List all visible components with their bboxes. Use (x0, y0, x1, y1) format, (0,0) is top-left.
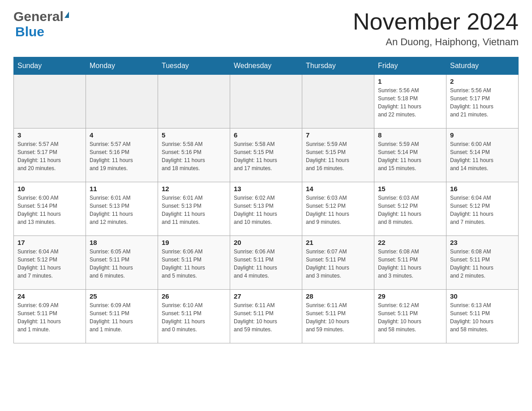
day-number: 26 (162, 292, 226, 300)
calendar-cell: 30Sunrise: 6:13 AM Sunset: 5:11 PM Dayli… (446, 290, 519, 343)
day-info: Sunrise: 6:08 AM Sunset: 5:11 PM Dayligh… (450, 248, 515, 280)
day-number: 15 (378, 185, 442, 193)
day-number: 23 (450, 239, 515, 246)
calendar-cell: 11Sunrise: 6:01 AM Sunset: 5:13 PM Dayli… (86, 182, 158, 236)
weekday-header-monday: Monday (86, 57, 158, 75)
day-number: 18 (90, 239, 154, 246)
calendar-cell: 1Sunrise: 5:56 AM Sunset: 5:18 PM Daylig… (374, 75, 446, 128)
calendar-cell: 15Sunrise: 6:03 AM Sunset: 5:12 PM Dayli… (374, 182, 446, 236)
calendar-cell (158, 75, 230, 128)
day-info: Sunrise: 5:57 AM Sunset: 5:16 PM Dayligh… (90, 140, 154, 172)
calendar-cell: 22Sunrise: 6:08 AM Sunset: 5:11 PM Dayli… (374, 236, 446, 290)
day-info: Sunrise: 5:59 AM Sunset: 5:14 PM Dayligh… (378, 140, 442, 172)
day-info: Sunrise: 5:58 AM Sunset: 5:16 PM Dayligh… (162, 140, 226, 172)
calendar-cell: 27Sunrise: 6:11 AM Sunset: 5:11 PM Dayli… (230, 290, 302, 343)
day-info: Sunrise: 6:11 AM Sunset: 5:11 PM Dayligh… (234, 301, 298, 334)
calendar-week-2: 3Sunrise: 5:57 AM Sunset: 5:17 PM Daylig… (14, 128, 519, 182)
day-info: Sunrise: 6:12 AM Sunset: 5:11 PM Dayligh… (378, 301, 442, 334)
day-info: Sunrise: 6:04 AM Sunset: 5:12 PM Dayligh… (17, 248, 82, 280)
calendar-cell: 25Sunrise: 6:09 AM Sunset: 5:11 PM Dayli… (86, 290, 158, 343)
day-number: 5 (162, 131, 226, 139)
calendar-cell: 2Sunrise: 5:56 AM Sunset: 5:17 PM Daylig… (446, 75, 519, 128)
calendar-cell: 5Sunrise: 5:58 AM Sunset: 5:16 PM Daylig… (158, 128, 230, 182)
logo-general-text: General (13, 9, 64, 24)
location-text: An Duong, Haiphong, Vietnam (353, 36, 519, 48)
calendar-week-1: 1Sunrise: 5:56 AM Sunset: 5:18 PM Daylig… (14, 75, 519, 128)
day-info: Sunrise: 6:08 AM Sunset: 5:11 PM Dayligh… (378, 248, 442, 280)
day-info: Sunrise: 5:56 AM Sunset: 5:17 PM Dayligh… (450, 86, 515, 119)
calendar-cell: 24Sunrise: 6:09 AM Sunset: 5:11 PM Dayli… (14, 290, 86, 343)
day-number: 29 (378, 292, 442, 300)
calendar-cell: 7Sunrise: 5:59 AM Sunset: 5:15 PM Daylig… (302, 128, 374, 182)
day-number: 22 (378, 239, 442, 246)
day-number: 17 (17, 239, 82, 246)
day-number: 3 (17, 131, 82, 139)
calendar-table: SundayMondayTuesdayWednesdayThursdayFrid… (13, 57, 519, 343)
weekday-header-wednesday: Wednesday (230, 57, 302, 75)
calendar-cell (14, 75, 86, 128)
day-number: 4 (90, 131, 154, 139)
calendar-cell: 13Sunrise: 6:02 AM Sunset: 5:13 PM Dayli… (230, 182, 302, 236)
calendar-cell: 4Sunrise: 5:57 AM Sunset: 5:16 PM Daylig… (86, 128, 158, 182)
calendar-week-4: 17Sunrise: 6:04 AM Sunset: 5:12 PM Dayli… (14, 236, 519, 290)
day-info: Sunrise: 6:13 AM Sunset: 5:11 PM Dayligh… (450, 301, 515, 334)
day-info: Sunrise: 6:06 AM Sunset: 5:11 PM Dayligh… (234, 248, 298, 280)
calendar-cell: 18Sunrise: 6:05 AM Sunset: 5:11 PM Dayli… (86, 236, 158, 290)
day-number: 12 (162, 185, 226, 193)
calendar-cell: 12Sunrise: 6:01 AM Sunset: 5:13 PM Dayli… (158, 182, 230, 236)
calendar-header: SundayMondayTuesdayWednesdayThursdayFrid… (14, 57, 519, 75)
weekday-header-row: SundayMondayTuesdayWednesdayThursdayFrid… (14, 57, 519, 75)
calendar-cell: 20Sunrise: 6:06 AM Sunset: 5:11 PM Dayli… (230, 236, 302, 290)
weekday-header-thursday: Thursday (302, 57, 374, 75)
calendar-cell (86, 75, 158, 128)
calendar-body: 1Sunrise: 5:56 AM Sunset: 5:18 PM Daylig… (14, 75, 519, 343)
weekday-header-friday: Friday (374, 57, 446, 75)
logo: General Blue (13, 9, 69, 39)
day-info: Sunrise: 5:56 AM Sunset: 5:18 PM Dayligh… (378, 86, 442, 119)
day-info: Sunrise: 6:11 AM Sunset: 5:11 PM Dayligh… (306, 301, 370, 334)
day-number: 8 (378, 131, 442, 139)
day-number: 1 (378, 77, 442, 85)
calendar-cell: 14Sunrise: 6:03 AM Sunset: 5:12 PM Dayli… (302, 182, 374, 236)
day-number: 30 (450, 292, 515, 300)
day-number: 19 (162, 239, 226, 246)
day-number: 14 (306, 185, 370, 193)
day-number: 28 (306, 292, 370, 300)
day-info: Sunrise: 6:09 AM Sunset: 5:11 PM Dayligh… (17, 301, 82, 334)
calendar-cell: 19Sunrise: 6:06 AM Sunset: 5:11 PM Dayli… (158, 236, 230, 290)
day-info: Sunrise: 6:00 AM Sunset: 5:14 PM Dayligh… (450, 140, 515, 172)
calendar-cell: 16Sunrise: 6:04 AM Sunset: 5:12 PM Dayli… (446, 182, 519, 236)
calendar-cell: 6Sunrise: 5:58 AM Sunset: 5:15 PM Daylig… (230, 128, 302, 182)
day-info: Sunrise: 6:07 AM Sunset: 5:11 PM Dayligh… (306, 248, 370, 280)
calendar-cell: 26Sunrise: 6:10 AM Sunset: 5:11 PM Dayli… (158, 290, 230, 343)
day-number: 7 (306, 131, 370, 139)
month-title: November 2024 (353, 9, 519, 34)
calendar-cell: 29Sunrise: 6:12 AM Sunset: 5:11 PM Dayli… (374, 290, 446, 343)
calendar-cell: 21Sunrise: 6:07 AM Sunset: 5:11 PM Dayli… (302, 236, 374, 290)
day-number: 13 (234, 185, 298, 193)
day-info: Sunrise: 6:05 AM Sunset: 5:11 PM Dayligh… (90, 248, 154, 280)
day-number: 21 (306, 239, 370, 246)
day-info: Sunrise: 5:57 AM Sunset: 5:17 PM Dayligh… (17, 140, 82, 172)
calendar-cell: 28Sunrise: 6:11 AM Sunset: 5:11 PM Dayli… (302, 290, 374, 343)
calendar-week-5: 24Sunrise: 6:09 AM Sunset: 5:11 PM Dayli… (14, 290, 519, 343)
day-number: 2 (450, 77, 515, 85)
day-number: 6 (234, 131, 298, 139)
day-info: Sunrise: 6:00 AM Sunset: 5:14 PM Dayligh… (17, 194, 82, 226)
calendar-cell: 23Sunrise: 6:08 AM Sunset: 5:11 PM Dayli… (446, 236, 519, 290)
logo-triangle-icon (64, 12, 69, 18)
weekday-header-saturday: Saturday (446, 57, 519, 75)
day-number: 16 (450, 185, 515, 193)
day-number: 25 (90, 292, 154, 300)
day-info: Sunrise: 6:01 AM Sunset: 5:13 PM Dayligh… (90, 194, 154, 226)
header-title-area: November 2024 An Duong, Haiphong, Vietna… (353, 9, 519, 48)
day-info: Sunrise: 6:02 AM Sunset: 5:13 PM Dayligh… (234, 194, 298, 226)
page-header: General Blue November 2024 An Duong, Hai… (13, 9, 519, 48)
weekday-header-sunday: Sunday (14, 57, 86, 75)
day-number: 20 (234, 239, 298, 246)
day-info: Sunrise: 6:10 AM Sunset: 5:11 PM Dayligh… (162, 301, 226, 334)
calendar-cell: 3Sunrise: 5:57 AM Sunset: 5:17 PM Daylig… (14, 128, 86, 182)
calendar-cell (302, 75, 374, 128)
day-info: Sunrise: 5:59 AM Sunset: 5:15 PM Dayligh… (306, 140, 370, 172)
day-number: 9 (450, 131, 515, 139)
